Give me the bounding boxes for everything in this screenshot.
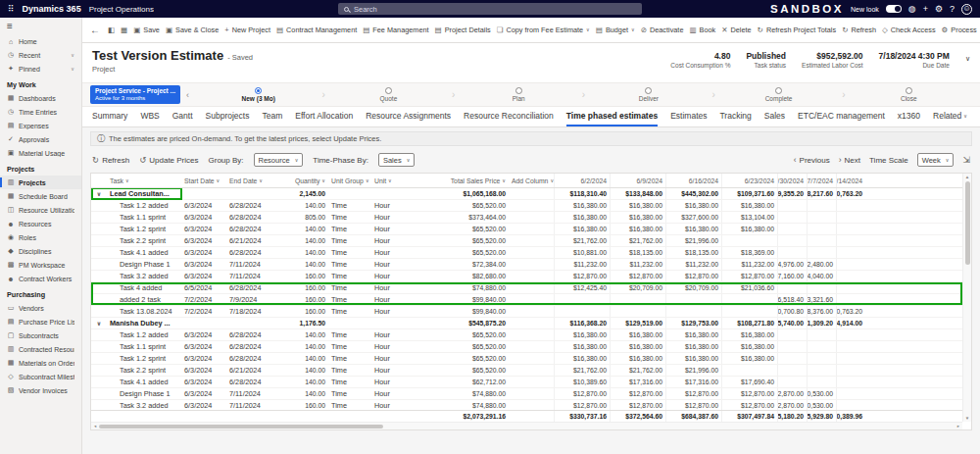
unit-cell[interactable]: Hour (371, 282, 418, 293)
grid-row-task-1-1-sprint[interactable]: Task 1.1 sprint6/3/20246/28/2024805.00Ti… (91, 212, 962, 224)
save-button[interactable]: ▣Save (133, 25, 160, 34)
week-cell[interactable]: $10,530.00 (807, 388, 836, 399)
chevron-down-icon[interactable]: ∨ (965, 55, 970, 63)
process-button[interactable]: ⚙Process∨ (942, 25, 980, 34)
unit-group-cell[interactable]: Time (328, 259, 371, 270)
grid-row-manisha-dubey[interactable]: ∨Manisha Dubey ...1,176.50$545,875.20$11… (91, 318, 962, 329)
start-date-cell[interactable] (181, 318, 226, 328)
week-cell[interactable]: $21,762.00 (610, 235, 665, 246)
week-cell[interactable]: $14,040.00 (807, 271, 836, 281)
add-column-cell[interactable] (509, 341, 554, 352)
week-cell[interactable]: $17,316.00 (610, 377, 665, 387)
new-look-toggle[interactable] (886, 5, 902, 13)
week-cell[interactable]: $14,976.00 (777, 259, 807, 270)
add-column-cell[interactable] (509, 329, 554, 340)
column-header-quantity[interactable]: Quantity∨ (275, 174, 328, 187)
task-cell[interactable]: Task 1.2 added (107, 329, 181, 340)
sidebar-item-contract-workers[interactable]: ☻Contract Workers (0, 272, 81, 285)
week-cell[interactable]: $16,380.00 (665, 224, 721, 234)
week-cell[interactable] (807, 282, 836, 293)
week-cell[interactable] (665, 306, 721, 317)
week-cell[interactable]: $12,870.00 (721, 400, 777, 410)
lightbulb-icon[interactable]: ◍ (908, 5, 916, 14)
unit-group-cell[interactable]: Time (328, 200, 371, 211)
end-date-cell[interactable]: 6/28/2024 (226, 377, 275, 387)
week-cell[interactable]: $17,316.00 (665, 377, 721, 387)
total-sales-price-cell[interactable]: $99,840.00 (418, 306, 509, 317)
week-cell[interactable]: $16,380.00 (665, 353, 721, 364)
time-phase-select[interactable]: Sales ∨ (378, 153, 415, 167)
start-date-cell[interactable]: 6/3/2024 (181, 271, 226, 281)
bpf-stage-quote[interactable]: Quote (325, 87, 452, 102)
end-date-cell[interactable]: 6/28/2024 (226, 212, 275, 223)
refresh-button[interactable]: ↻ Refresh (92, 156, 129, 165)
tab-x1360[interactable]: x1360 (898, 107, 920, 126)
week-cell[interactable]: $30,763.20 (836, 306, 865, 317)
horizontal-scroll-thumb[interactable] (99, 425, 383, 429)
week-cell[interactable]: $13,104.00 (721, 212, 777, 223)
week-cell[interactable]: $109,371.60 (721, 188, 777, 199)
tab-estimates[interactable]: Estimates (670, 107, 707, 126)
expand-icon[interactable]: ⇲ (962, 155, 970, 165)
week-cell[interactable]: $327,600.00 (665, 212, 721, 223)
week-cell[interactable] (777, 247, 807, 258)
unit-cell[interactable]: Hour (371, 212, 418, 223)
start-date-cell[interactable]: 6/3/2024 (181, 247, 226, 258)
week-cell[interactable]: $21,996.00 (665, 235, 721, 246)
sidebar-item-resource-utilization[interactable]: ◫Resource Utilization (0, 203, 81, 217)
week-cell[interactable]: $12,870.00 (721, 271, 777, 281)
week-cell[interactable]: $12,870.00 (665, 388, 721, 399)
total-sales-price-cell[interactable]: $65,520.00 (418, 365, 509, 376)
week-cell[interactable]: $16,380.00 (610, 212, 665, 223)
task-cell[interactable]: Task 4.1 added (107, 377, 181, 387)
task-cell[interactable]: Task 2.2 sprint (107, 235, 181, 246)
unit-group-cell[interactable]: Time (328, 294, 371, 305)
column-header-add-column[interactable]: Add Column∨ (509, 174, 554, 187)
quantity-cell[interactable]: 160.00 (275, 400, 328, 410)
add-column-cell[interactable] (509, 353, 554, 364)
week-cell[interactable]: $12,870.00 (665, 271, 721, 281)
total-sales-price-cell[interactable]: $65,520.00 (418, 247, 509, 258)
sidebar-item-time-entries[interactable]: ◷Time Entries (0, 105, 81, 119)
week-cell[interactable] (836, 259, 865, 270)
scroll-right-icon[interactable]: ▸ (957, 424, 959, 429)
task-cell[interactable]: Task 3.2 added (107, 271, 181, 281)
add-column-cell[interactable] (509, 271, 554, 281)
week-cell[interactable]: $12,480.00 (807, 259, 836, 270)
tab-gantt[interactable]: Gantt (172, 107, 193, 126)
grid-row-task-3-2-added[interactable]: Task 3.2 added6/3/20247/11/2024160.00Tim… (91, 400, 962, 410)
end-date-cell[interactable]: 6/28/2024 (226, 282, 275, 293)
week-cell[interactable] (610, 306, 665, 317)
task-cell[interactable]: Manisha Dubey ... (107, 318, 181, 328)
start-date-cell[interactable]: 6/3/2024 (181, 235, 226, 246)
tab-resource-reconciliation[interactable]: Resource Reconciliation (464, 107, 554, 126)
week-cell[interactable] (721, 235, 777, 246)
quantity-cell[interactable]: 160.00 (275, 294, 328, 305)
total-sales-price-cell[interactable]: $74,880.00 (418, 400, 509, 410)
unit-cell[interactable]: Hour (371, 235, 418, 246)
week-cell[interactable]: $18,135.00 (610, 247, 665, 258)
week-cell[interactable]: $16,380.00 (721, 200, 777, 211)
copy-from-fee-estimate-button[interactable]: ❏Copy from Fee Estimate∨ (497, 25, 590, 34)
sidebar-item-expenses[interactable]: ▤Expenses (0, 119, 81, 132)
quantity-cell[interactable]: 2,145.00 (275, 188, 328, 199)
grid-row-task-2-2-sprint[interactable]: Task 2.2 sprint6/3/20246/21/2024140.00Ti… (91, 235, 962, 247)
sidebar-item-materials-on-order[interactable]: ▦Materials on Order (0, 356, 81, 370)
total-sales-price-cell[interactable]: $65,520.00 (418, 235, 509, 246)
tab-time-phased-estimates[interactable]: Time phased estimates (566, 107, 658, 126)
grid-row-design-phase-1[interactable]: Design Phase 16/3/20247/11/2024140.00Tim… (91, 388, 962, 400)
end-date-cell[interactable]: 6/28/2024 (226, 247, 275, 258)
week-cell[interactable] (836, 353, 865, 364)
column-header-start-date[interactable]: Start Date∨ (181, 174, 226, 187)
column-header-unit[interactable]: Unit∨ (371, 174, 418, 187)
quantity-cell[interactable]: 160.00 (275, 271, 328, 281)
unit-group-cell[interactable]: Time (328, 353, 371, 364)
week-cell[interactable] (721, 365, 777, 376)
start-date-cell[interactable]: 6/3/2024 (181, 353, 226, 364)
total-sales-price-cell[interactable]: $99,840.00 (418, 294, 509, 305)
week-cell[interactable]: $16,380.00 (610, 329, 665, 340)
task-cell[interactable]: Task 13.08.2024 (107, 306, 181, 317)
column-header-6-2-2024[interactable]: 6/2/2024 (554, 174, 610, 187)
start-date-cell[interactable]: 7/2/2024 (181, 306, 226, 317)
unit-group-cell[interactable]: Time (328, 224, 371, 234)
